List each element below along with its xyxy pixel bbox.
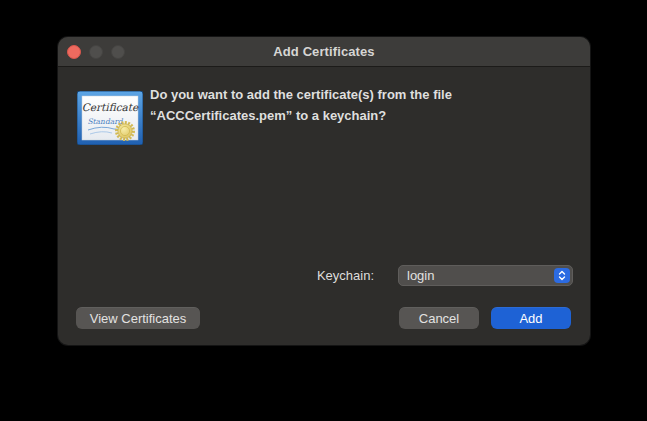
certificate-icon-word: Certificate — [82, 101, 139, 113]
add-certificates-dialog: Add Certificates Certificate — [58, 37, 590, 345]
dialog-message-line1: Do you want to add the certificate(s) fr… — [150, 84, 550, 105]
dialog-message: Do you want to add the certificate(s) fr… — [150, 84, 550, 126]
keychain-popup-value: login — [399, 268, 554, 283]
keychain-label: Keychain: — [317, 268, 374, 283]
cancel-button[interactable]: Cancel — [399, 307, 479, 329]
popup-stepper-icon — [554, 268, 570, 283]
view-certificates-button[interactable]: View Certificates — [76, 307, 200, 329]
dialog-message-line2: “ACCCertificates.pem” to a keychain? — [150, 105, 550, 126]
screenshot-canvas: Add Certificates Certificate — [0, 0, 647, 421]
keychain-popup[interactable]: login — [398, 265, 573, 286]
window-title: Add Certificates — [58, 44, 590, 59]
seal-graphic — [117, 123, 134, 140]
keychain-row: Keychain: login — [58, 264, 573, 286]
certificate-icon: Certificate Standard — [77, 91, 143, 145]
title-bar[interactable]: Add Certificates — [58, 37, 590, 67]
add-button[interactable]: Add — [491, 307, 571, 329]
certificate-icon-subword: Standard — [87, 117, 123, 126]
